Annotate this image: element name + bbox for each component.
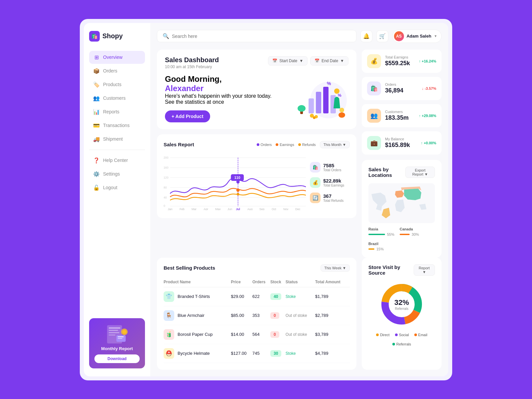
svg-text:Jul: Jul bbox=[236, 207, 240, 210]
map-card: Sales by Locations Export Report ▼ bbox=[362, 160, 442, 258]
reports-icon: 📊 bbox=[93, 109, 100, 115]
best-selling-title: Best Selling Products bbox=[164, 265, 215, 271]
product-name: Blue Armchair bbox=[178, 313, 204, 318]
svg-point-9 bbox=[122, 330, 126, 334]
right-column: 💰 Total Earnigns $559.25k ↑ +16.24% 🛍️ bbox=[362, 50, 442, 258]
donut-header: Store Visit by Source Report ▼ bbox=[368, 264, 435, 276]
sales-header-card: Sales Dashboard 10:00 am at 15th Februar… bbox=[157, 50, 356, 129]
sales-left: Sales Dashboard 10:00 am at 15th Februar… bbox=[157, 50, 356, 258]
sidebar-item-logout[interactable]: 🔓 Logout bbox=[89, 181, 145, 194]
search-icon: 🔍 bbox=[163, 33, 169, 39]
user-name: Adam Saleh bbox=[407, 34, 431, 39]
product-stock: 0 bbox=[270, 325, 286, 344]
product-name-cell: 🧃 Borosil Paper Cup bbox=[164, 325, 231, 344]
location-brazil: Brazil 15% bbox=[368, 242, 384, 251]
products-table: Product Name Price Orders Stock Status T… bbox=[164, 277, 350, 363]
product-status: Out of stoke bbox=[286, 325, 315, 344]
topbar: 🔍 🔔 🛒 AS Adam Saleh ▼ bbox=[157, 30, 442, 43]
inner-container: 🛍️ Shopy ⊞ Overview 📦 Orders 🏷️ Products bbox=[84, 23, 448, 376]
legend-referrals: Referrals bbox=[392, 342, 411, 346]
export-report-btn[interactable]: Export Report ▼ bbox=[405, 167, 435, 178]
sidebar-item-shipment[interactable]: 🚚 Shipment bbox=[89, 133, 145, 146]
refunds-stat-info: 367 Total Refunds bbox=[323, 193, 343, 202]
sidebar-item-products[interactable]: 🏷️ Products bbox=[89, 78, 145, 91]
sidebar-item-label: Reports bbox=[103, 109, 119, 114]
svg-rect-13 bbox=[323, 87, 329, 113]
orders-icon: 📦 bbox=[93, 68, 100, 74]
sidebar-item-transactions[interactable]: 💳 Transactions bbox=[89, 119, 145, 132]
sidebar-item-label: Orders bbox=[103, 68, 117, 73]
sidebar-item-overview[interactable]: ⊞ Overview bbox=[89, 51, 145, 64]
customers-icon: 👥 bbox=[93, 95, 100, 101]
product-name-cell: ⛑️ Bycycle Helmate bbox=[164, 344, 231, 363]
monthly-report-title: Monthly Report bbox=[94, 346, 140, 351]
chart-svg-area: 200 160 120 80 40 0 bbox=[164, 154, 306, 211]
svg-text:Nov: Nov bbox=[283, 207, 289, 210]
add-product-button[interactable]: + Add Product bbox=[165, 110, 210, 122]
sidebar-item-label: Shipment bbox=[103, 136, 123, 142]
donut-container: 32% Referrals Direct Social bbox=[368, 281, 435, 346]
best-selling-header: Best Selling Products This Week ▼ bbox=[164, 264, 350, 272]
notification-button[interactable]: 🔔 bbox=[360, 30, 372, 42]
donut-filter-btn[interactable]: Report ▼ bbox=[414, 264, 435, 276]
cart-button[interactable]: 🛒 bbox=[376, 30, 388, 42]
legend-earnings: Earnings bbox=[276, 143, 294, 147]
canada-bar-row: 30% bbox=[400, 232, 419, 236]
sidebar-item-reports[interactable]: 📊 Reports bbox=[89, 105, 145, 118]
svg-text:Aug: Aug bbox=[247, 207, 253, 210]
refunds-stat-icon: 🔄 bbox=[310, 193, 321, 203]
product-status: Stoke bbox=[286, 287, 315, 306]
svg-rect-2 bbox=[109, 330, 118, 331]
product-total: $2,789 bbox=[315, 306, 350, 325]
table-row: 🪑 Blue Armchair $85.00 353 0 Out of stok… bbox=[164, 306, 350, 325]
search-box[interactable]: 🔍 bbox=[157, 30, 356, 42]
stat-card-orders: 🛍️ Orders 36,894 ↓ -3.57% bbox=[362, 77, 442, 100]
orders-icon: 🛍️ bbox=[367, 81, 381, 95]
svg-text:110: 110 bbox=[234, 175, 240, 179]
customers-icon: 👥 bbox=[367, 109, 381, 123]
sidebar-item-customers[interactable]: 👥 Customers bbox=[89, 92, 145, 105]
start-date-btn[interactable]: 📅 Start Date ▼ bbox=[268, 56, 308, 66]
balance-change: ↑ +0.00% bbox=[421, 141, 436, 145]
sidebar: 🛍️ Shopy ⊞ Overview 📦 Orders 🏷️ Products bbox=[84, 23, 150, 376]
store-visit-card: Store Visit by Source Report ▼ bbox=[362, 258, 442, 370]
product-name: Borosil Paper Cup bbox=[178, 332, 213, 337]
best-selling-filter-btn[interactable]: This Week ▼ bbox=[321, 264, 350, 272]
col-status: Status bbox=[286, 277, 315, 287]
search-input[interactable] bbox=[172, 34, 351, 39]
earnings-icon: 💰 bbox=[367, 54, 381, 68]
download-button[interactable]: Download bbox=[94, 354, 140, 363]
svg-text:Jan: Jan bbox=[168, 207, 172, 210]
end-date-btn[interactable]: 📅 End Date ▼ bbox=[310, 56, 348, 66]
balance-icon: 💼 bbox=[367, 136, 381, 150]
col-product-name: Product Name bbox=[164, 277, 231, 287]
svg-point-21 bbox=[298, 105, 306, 112]
svg-point-39 bbox=[236, 189, 240, 192]
svg-point-18 bbox=[339, 108, 344, 112]
svg-rect-7 bbox=[118, 338, 122, 339]
hero-illustration: % % bbox=[289, 78, 348, 118]
product-thumb: 🪑 bbox=[164, 310, 174, 321]
rasia-bar-row: 55% bbox=[368, 232, 394, 236]
sidebar-item-label: Settings bbox=[103, 171, 120, 177]
sidebar-item-help[interactable]: ❓ Help Center bbox=[89, 154, 145, 167]
report-icon bbox=[94, 324, 140, 343]
products-icon: 🏷️ bbox=[93, 81, 100, 88]
location-canada: Canada 30% bbox=[400, 227, 419, 236]
customers-change: ↑ +29.08% bbox=[419, 114, 436, 118]
user-profile[interactable]: AS Adam Saleh ▼ bbox=[392, 30, 442, 43]
svg-rect-12 bbox=[316, 92, 321, 113]
dot-direct bbox=[376, 333, 379, 336]
svg-rect-6 bbox=[118, 336, 124, 337]
product-status: Stoke bbox=[286, 344, 315, 363]
sidebar-item-settings[interactable]: ⚙️ Settings bbox=[89, 168, 145, 181]
hero-subtitle: Here's what's happenin with your store t… bbox=[165, 93, 272, 105]
chart-filter-btn[interactable]: This Month ▼ bbox=[320, 141, 350, 148]
sidebar-item-orders[interactable]: 📦 Orders bbox=[89, 65, 145, 77]
logout-icon: 🔓 bbox=[93, 185, 100, 191]
product-stock: 30 bbox=[270, 344, 286, 363]
product-orders: 745 bbox=[252, 344, 270, 363]
sales-title-group: Sales Dashboard 10:00 am at 15th Februar… bbox=[165, 56, 219, 69]
sales-hero: Good Morning, Alexander Here's what's ha… bbox=[165, 74, 348, 122]
chart-legend: Orders Earnings Refunds bbox=[257, 141, 350, 148]
